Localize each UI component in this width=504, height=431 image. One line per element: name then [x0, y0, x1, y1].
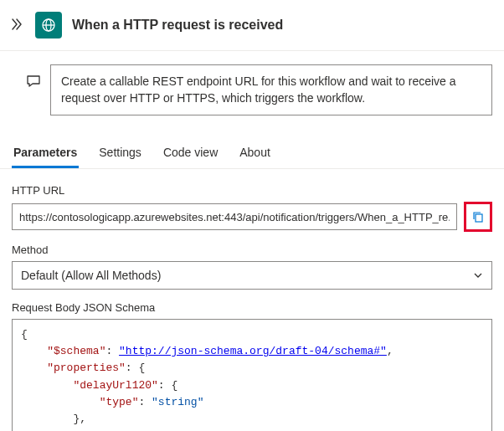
- collapse-button[interactable]: [8, 16, 25, 35]
- method-select[interactable]: Default (Allow All Methods): [12, 261, 492, 290]
- schema-key: "$schema": [47, 345, 105, 357]
- tab-settings[interactable]: Settings: [97, 137, 143, 168]
- comment-icon: [25, 73, 42, 92]
- schema-key: "type": [100, 396, 139, 408]
- panel-header: When a HTTP request is received: [0, 0, 504, 51]
- chevron-double-right-icon: [10, 18, 23, 31]
- description-box: Create a callable REST endpoint URL for …: [50, 64, 492, 115]
- copy-url-button[interactable]: [464, 202, 492, 232]
- schema-key: "properties": [47, 362, 126, 374]
- tab-about[interactable]: About: [238, 137, 272, 168]
- schema-string: "string": [152, 396, 203, 408]
- schema-url: "http://json-schema.org/draft-04/schema#…: [119, 345, 387, 357]
- trigger-icon-badge: [35, 12, 62, 38]
- http-url-input[interactable]: [12, 203, 457, 230]
- tab-parameters[interactable]: Parameters: [12, 137, 79, 168]
- schema-key: "delayUrl120": [73, 379, 157, 392]
- schema-editor[interactable]: { "$schema": "http://json-schema.org/dra…: [12, 319, 492, 431]
- description-row: Create a callable REST endpoint URL for …: [0, 51, 504, 131]
- svg-rect-3: [476, 214, 482, 222]
- globe-icon: [41, 18, 56, 33]
- schema-label: Request Body JSON Schema: [12, 301, 492, 314]
- schema-line: {: [21, 328, 28, 341]
- parameters-section: HTTP URL Method Default (Allow All Metho…: [0, 169, 504, 431]
- method-value: Default (Allow All Methods): [21, 269, 161, 282]
- method-row: Default (Allow All Methods): [12, 261, 492, 290]
- panel-title: When a HTTP request is received: [72, 18, 283, 33]
- copy-icon: [471, 210, 485, 223]
- http-url-label: HTTP URL: [12, 184, 492, 197]
- chevron-down-icon: [473, 270, 483, 280]
- method-label: Method: [12, 244, 492, 256]
- tab-codeview[interactable]: Code view: [162, 137, 219, 168]
- http-url-row: [12, 202, 492, 232]
- tab-bar: Parameters Settings Code view About: [0, 137, 504, 169]
